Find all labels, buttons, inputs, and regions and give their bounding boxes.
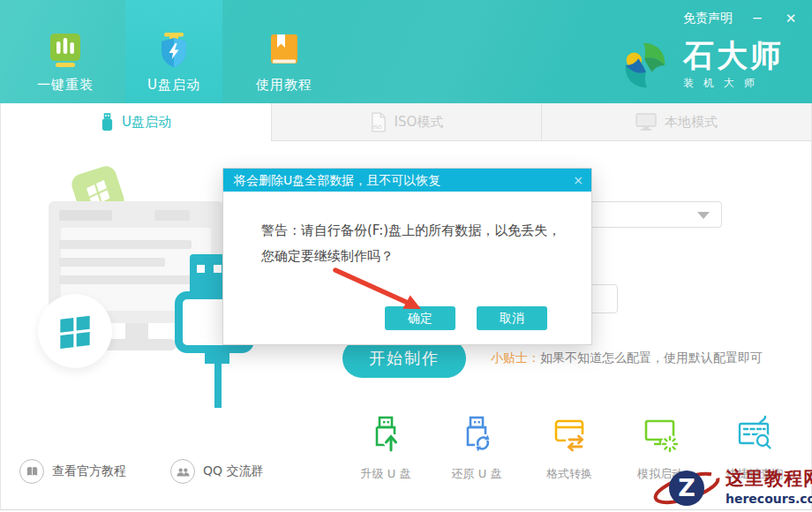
watermark-badge-icon: Z: [651, 464, 722, 512]
monitor-stand: [125, 323, 148, 341]
usb-detail: [214, 265, 222, 273]
link-label: 查看官方教程: [52, 463, 126, 479]
official-tutorial-link[interactable]: 查看官方教程: [19, 459, 126, 484]
monitor-detail: [59, 240, 192, 249]
open-book-icon: [19, 459, 44, 484]
windows-logo-icon: [57, 313, 93, 349]
brand-swirl-icon: [620, 40, 671, 91]
tip-label: 小贴士：: [491, 350, 540, 365]
nav-label: 一键重装: [37, 77, 94, 94]
watermark-site-url: herecours.com: [726, 490, 812, 508]
dialog-title-text: 将会删除U盘全部数据，且不可以恢复: [234, 173, 440, 187]
monitor-detail: [59, 210, 112, 221]
ok-button[interactable]: 确定: [385, 306, 455, 330]
format-convert-icon: [548, 413, 590, 456]
tab-label: ISO模式: [395, 114, 444, 131]
tool-label: 还原 U 盘: [434, 466, 519, 482]
tip-row: 小贴士：如果不知道怎么配置，使用默认配置即可: [491, 350, 763, 366]
warning-dialog: 将会删除U盘全部数据，且不可以恢复 × 警告：请自行备份(F:)盘上的所有数据，…: [222, 168, 592, 345]
tab-label: U盘启动: [122, 114, 171, 131]
dialog-message: 警告：请自行备份(F:)盘上的所有数据，以免丢失，您确定要继续制作吗？: [261, 218, 568, 269]
chevron-down-icon: [697, 212, 710, 219]
monitor-icon: [635, 113, 657, 132]
tab-usb-boot[interactable]: U盘启动: [0, 103, 271, 141]
app-header: 一键重装 U盘启动 使用教程 免责声明 ─ ✕: [0, 0, 812, 103]
mode-tabs: U盘启动 ISO ISO模式 本地模式: [0, 103, 812, 141]
monitor-detail: [59, 258, 165, 267]
qq-group-link[interactable]: QQ 交流群: [170, 459, 264, 484]
watermark-letter: Z: [678, 474, 695, 501]
brand-name: 石大师: [683, 39, 784, 72]
tip-text: 如果不知道怎么配置，使用默认配置即可: [540, 350, 763, 365]
watermark-site-name: 这里教程网: [726, 468, 812, 490]
titlebar-controls: 免责声明 ─ ✕: [683, 11, 800, 26]
nav-item-one-key-reinstall[interactable]: 一键重装: [17, 0, 114, 103]
tab-label: 本地模式: [665, 114, 718, 131]
usb-icon: [101, 113, 114, 132]
tool-label: 格式转换: [527, 466, 612, 482]
tab-local-mode[interactable]: 本地模式: [541, 103, 812, 141]
tab-iso-mode[interactable]: ISO ISO模式: [271, 103, 541, 141]
people-group-icon: [170, 459, 195, 484]
usb-restore-icon: [455, 413, 498, 456]
usb-upgrade-icon: [365, 413, 407, 456]
usb-cable: [214, 362, 222, 408]
simulate-boot-icon: [639, 413, 681, 456]
app-window: 一键重装 U盘启动 使用教程 免责声明 ─ ✕: [0, 0, 812, 512]
brand-logo: 石大师 装机大师: [620, 39, 784, 91]
tool-format-convert[interactable]: 格式转换: [527, 413, 612, 482]
dialog-titlebar: 将会删除U盘全部数据，且不可以恢复 ×: [223, 169, 591, 192]
minimize-button[interactable]: ─: [748, 11, 766, 26]
usb-detail: [197, 265, 205, 273]
nav-label: U盘启动: [147, 77, 200, 94]
tool-label: 升级 U 盘: [343, 466, 428, 482]
shield-flash-icon: [154, 31, 193, 70]
windows-badge: [38, 294, 112, 368]
link-label: QQ 交流群: [203, 463, 264, 479]
nav-label: 使用教程: [256, 77, 312, 94]
close-button[interactable]: ✕: [782, 11, 800, 26]
bar-chart-icon: [46, 31, 85, 70]
cancel-button[interactable]: 取消: [477, 306, 547, 330]
watermark-texts: 这里教程网 herecours.com: [726, 468, 812, 508]
tool-upgrade-usb[interactable]: 升级 U 盘: [343, 413, 428, 482]
book-icon: [265, 31, 304, 70]
nav-item-tutorial[interactable]: 使用教程: [236, 0, 333, 103]
disclaimer-link[interactable]: 免责声明: [683, 11, 733, 26]
monitor-detail: [59, 275, 192, 284]
brand-tagline: 装机大师: [683, 76, 784, 91]
hotkey-search-icon: [733, 413, 776, 456]
nav-item-usb-boot[interactable]: U盘启动: [125, 0, 222, 103]
dialog-close-icon[interactable]: ×: [573, 169, 583, 192]
monitor-detail: [154, 210, 190, 221]
tool-restore-usb[interactable]: 还原 U 盘: [434, 413, 519, 482]
site-watermark: Z 这里教程网 herecours.com: [651, 464, 812, 512]
svg-text:ISO: ISO: [372, 124, 381, 130]
iso-file-icon: ISO: [370, 112, 387, 132]
